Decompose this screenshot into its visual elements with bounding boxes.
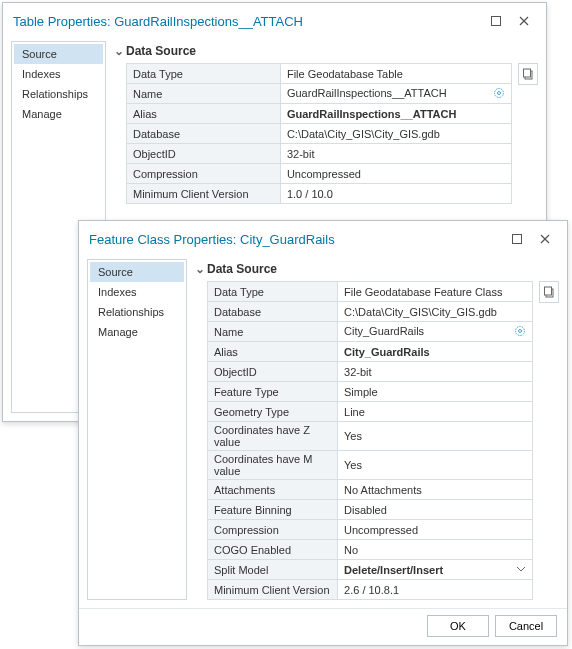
sidebar-item-label: Indexes bbox=[22, 68, 61, 80]
table-row: Feature TypeSimple bbox=[208, 382, 533, 402]
property-value: File Geodatabase Table bbox=[280, 64, 511, 84]
gear-icon bbox=[493, 87, 505, 101]
table-row: AliasGuardRailInspections__ATTACH bbox=[127, 104, 512, 124]
chevron-down-icon bbox=[516, 564, 526, 576]
table-row: Data TypeFile Geodatabase Feature Class bbox=[208, 282, 533, 302]
sidebar-item-relationships[interactable]: Relationships bbox=[90, 302, 184, 322]
button-label: OK bbox=[450, 620, 466, 632]
sidebar-item-label: Source bbox=[22, 48, 57, 60]
svg-point-11 bbox=[519, 329, 522, 332]
property-key: COGO Enabled bbox=[208, 540, 338, 560]
property-key: Data Type bbox=[127, 64, 281, 84]
property-value: C:\Data\City_GIS\City_GIS.gdb bbox=[338, 302, 533, 322]
sidebar-item-label: Source bbox=[98, 266, 133, 278]
dialog-title: Feature Class Properties: City_GuardRail… bbox=[89, 232, 503, 247]
sidebar-item-source[interactable]: Source bbox=[14, 44, 103, 64]
copy-button[interactable] bbox=[518, 63, 538, 85]
table-row: AliasCity_GuardRails bbox=[208, 342, 533, 362]
data-source-table: Data TypeFile Geodatabase TableNameGuard… bbox=[126, 63, 512, 204]
property-value: Yes bbox=[338, 422, 533, 451]
svg-point-10 bbox=[516, 326, 525, 335]
property-key: Minimum Client Version bbox=[127, 184, 281, 204]
property-value: 2.6 / 10.8.1 bbox=[338, 580, 533, 600]
property-value: Simple bbox=[338, 382, 533, 402]
sidebar-item-label: Relationships bbox=[22, 88, 88, 100]
property-key: Minimum Client Version bbox=[208, 580, 338, 600]
property-key: Compression bbox=[127, 164, 281, 184]
table-row: Split ModelDelete/Insert/Insert bbox=[208, 560, 533, 580]
table-row: NameGuardRailInspections__ATTACH bbox=[127, 84, 512, 104]
table-row: ObjectID32-bit bbox=[208, 362, 533, 382]
property-value: City_GuardRails bbox=[338, 342, 533, 362]
sidebar-item-manage[interactable]: Manage bbox=[90, 322, 184, 342]
table-row: Feature BinningDisabled bbox=[208, 500, 533, 520]
sidebar-item-relationships[interactable]: Relationships bbox=[14, 84, 103, 104]
property-key: ObjectID bbox=[127, 144, 281, 164]
property-value: GuardRailInspections__ATTACH bbox=[280, 84, 511, 104]
sidebar-item-indexes[interactable]: Indexes bbox=[14, 64, 103, 84]
maximize-button[interactable] bbox=[503, 228, 531, 250]
svg-rect-13 bbox=[545, 287, 552, 295]
table-row: NameCity_GuardRails bbox=[208, 322, 533, 342]
property-key: Compression bbox=[208, 520, 338, 540]
property-key: Name bbox=[127, 84, 281, 104]
data-source-table: Data TypeFile Geodatabase Feature ClassD… bbox=[207, 281, 533, 600]
select-value: Delete/Insert/Insert bbox=[344, 564, 443, 576]
property-key: Feature Binning bbox=[208, 500, 338, 520]
property-value: No Attachments bbox=[338, 480, 533, 500]
table-row: Geometry TypeLine bbox=[208, 402, 533, 422]
feature-class-properties-dialog: Feature Class Properties: City_GuardRail… bbox=[78, 220, 568, 646]
section-data-source[interactable]: ⌄ Data Source bbox=[195, 259, 559, 279]
property-value: City_GuardRails bbox=[338, 322, 533, 342]
svg-rect-6 bbox=[523, 69, 530, 77]
copy-icon bbox=[522, 68, 534, 80]
property-value: 32-bit bbox=[338, 362, 533, 382]
property-key: Data Type bbox=[208, 282, 338, 302]
table-row: Minimum Client Version1.0 / 10.0 bbox=[127, 184, 512, 204]
close-button[interactable] bbox=[531, 228, 559, 250]
title-bar: Feature Class Properties: City_GuardRail… bbox=[79, 221, 567, 255]
property-key: Coordinates have Z value bbox=[208, 422, 338, 451]
title-bar: Table Properties: GuardRailInspections__… bbox=[3, 3, 546, 37]
sidebar-item-indexes[interactable]: Indexes bbox=[90, 282, 184, 302]
section-data-source[interactable]: ⌄ Data Source bbox=[114, 41, 538, 61]
property-key: Database bbox=[208, 302, 338, 322]
copy-button[interactable] bbox=[539, 281, 559, 303]
table-row: CompressionUncompressed bbox=[208, 520, 533, 540]
property-value: Yes bbox=[338, 451, 533, 480]
dialog-title: Table Properties: GuardRailInspections__… bbox=[13, 14, 482, 29]
property-key: Geometry Type bbox=[208, 402, 338, 422]
table-row: DatabaseC:\Data\City_GIS\City_GIS.gdb bbox=[127, 124, 512, 144]
property-value: No bbox=[338, 540, 533, 560]
property-key: Coordinates have M value bbox=[208, 451, 338, 480]
property-key: Name bbox=[208, 322, 338, 342]
table-row: ObjectID32-bit bbox=[127, 144, 512, 164]
table-row: COGO EnabledNo bbox=[208, 540, 533, 560]
sidebar: Source Indexes Relationships Manage bbox=[87, 259, 187, 600]
property-value: GuardRailInspections__ATTACH bbox=[280, 104, 511, 124]
property-value: Uncompressed bbox=[338, 520, 533, 540]
close-button[interactable] bbox=[510, 10, 538, 32]
section-title: Data Source bbox=[126, 44, 196, 58]
svg-point-3 bbox=[494, 88, 503, 97]
sidebar-item-manage[interactable]: Manage bbox=[14, 104, 103, 124]
svg-rect-0 bbox=[492, 17, 501, 26]
section-title: Data Source bbox=[207, 262, 277, 276]
table-row: Minimum Client Version2.6 / 10.8.1 bbox=[208, 580, 533, 600]
sidebar-item-source[interactable]: Source bbox=[90, 262, 184, 282]
close-icon bbox=[540, 234, 550, 244]
property-key: Alias bbox=[127, 104, 281, 124]
property-value: Disabled bbox=[338, 500, 533, 520]
table-row: Data TypeFile Geodatabase Table bbox=[127, 64, 512, 84]
gear-icon bbox=[514, 325, 526, 339]
property-key: Attachments bbox=[208, 480, 338, 500]
ok-button[interactable]: OK bbox=[427, 615, 489, 637]
maximize-button[interactable] bbox=[482, 10, 510, 32]
property-value: 1.0 / 10.0 bbox=[280, 184, 511, 204]
split-model-select[interactable]: Delete/Insert/Insert bbox=[338, 560, 533, 580]
table-row: CompressionUncompressed bbox=[127, 164, 512, 184]
table-row: Coordinates have Z valueYes bbox=[208, 422, 533, 451]
sidebar-item-label: Relationships bbox=[98, 306, 164, 318]
cancel-button[interactable]: Cancel bbox=[495, 615, 557, 637]
table-row: AttachmentsNo Attachments bbox=[208, 480, 533, 500]
